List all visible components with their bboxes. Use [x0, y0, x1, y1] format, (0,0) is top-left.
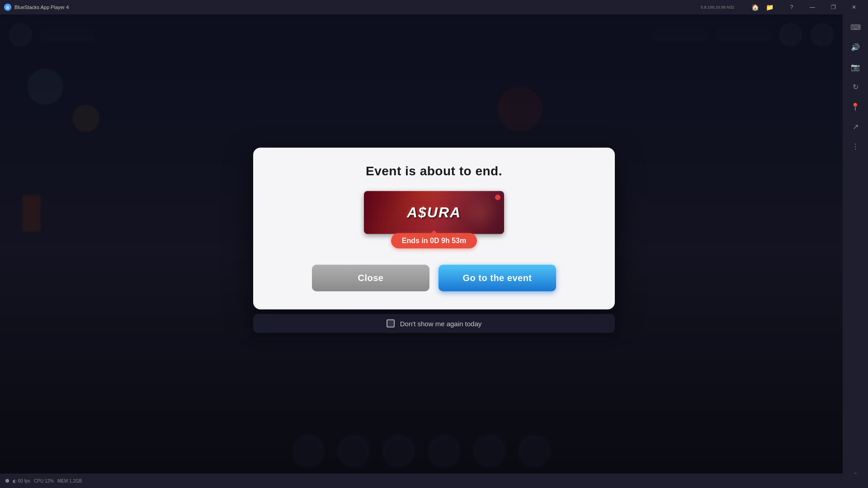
sidebar-icon-share[interactable]: ↗	[846, 117, 864, 136]
bottom-bar: ◐ 60 fps CPU 12% MEM 1.2GB	[0, 474, 868, 488]
minimize-button[interactable]: —	[802, 0, 823, 14]
folder-icon-btn[interactable]: 📁	[763, 1, 776, 14]
bottom-cpu: CPU 12%	[34, 479, 54, 483]
bottom-mem: MEM 1.2GB	[57, 479, 82, 483]
window-controls: ? — ❐ ✕	[781, 0, 864, 14]
banner-game-title: A$URA	[407, 204, 461, 221]
sidebar-icon-camera[interactable]: 📷	[846, 58, 864, 76]
status-dot	[5, 479, 9, 483]
event-banner: A$URA	[364, 191, 504, 234]
app-version: 5.8.100.10.56 N32	[701, 5, 734, 9]
restore-button[interactable]: ❐	[823, 0, 844, 14]
close-button[interactable]: ✕	[844, 0, 864, 14]
help-button[interactable]: ?	[781, 0, 802, 14]
titlebar: B BlueStacks App Player 4 5.8.100.10.56 …	[0, 0, 868, 14]
sidebar-icon-location[interactable]: 📍	[846, 98, 864, 116]
sidebar-icon-keyboard[interactable]: ⌨	[846, 18, 864, 36]
timer-label: Ends in 0D 9h 53m	[402, 237, 466, 244]
dont-show-checkbox[interactable]	[387, 319, 395, 328]
home-icon-btn[interactable]: 🏠	[749, 1, 761, 14]
svg-text:B: B	[6, 5, 9, 10]
dont-show-bar: Don't show me again today	[253, 314, 615, 333]
go-to-event-button[interactable]: Go to the event	[439, 265, 556, 291]
bottom-status: ◐ 60 fps	[13, 479, 30, 483]
sidebar-icon-rotate[interactable]: ↻	[846, 78, 864, 96]
app-logo: B	[4, 3, 12, 11]
right-sidebar: ⌨ 🔊 📷 ↻ 📍 ↗ ⋮ ⚙	[843, 14, 868, 488]
sidebar-icon-volume[interactable]: 🔊	[846, 38, 864, 56]
event-modal: Event is about to end. A$URA Ends in 0D …	[253, 148, 615, 310]
timer-badge: Ends in 0D 9h 53m	[391, 233, 477, 249]
modal-title: Event is about to end.	[366, 164, 502, 178]
sidebar-icon-more[interactable]: ⋮	[846, 137, 864, 155]
titlebar-nav-icons: 🏠 📁	[749, 1, 776, 14]
app-title: BlueStacks App Player 4	[14, 5, 701, 10]
modal-container: Event is about to end. A$URA Ends in 0D …	[253, 148, 615, 333]
modal-buttons: Close Go to the event	[271, 265, 597, 291]
close-modal-button[interactable]: Close	[312, 265, 429, 291]
dont-show-label[interactable]: Don't show me again today	[400, 319, 481, 327]
